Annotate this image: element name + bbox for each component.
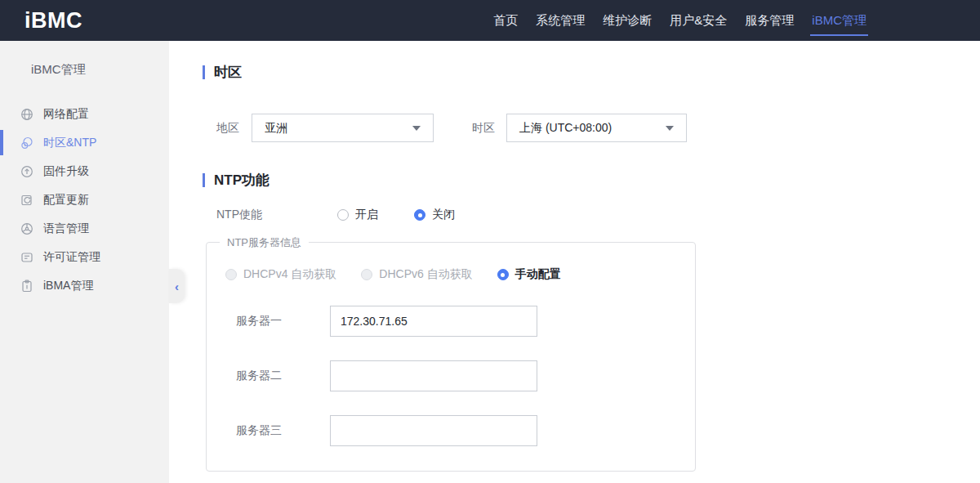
section-title-text: NTP功能 [214, 171, 270, 190]
sidebar-item-license-management[interactable]: 许可证管理 [0, 243, 169, 271]
timezone-select-value: 上海 (UTC+08:00) [519, 121, 612, 136]
ibmc-logo: iBMC [24, 8, 82, 34]
network-globe-icon [20, 108, 33, 121]
nav-item-home[interactable]: 首页 [484, 0, 527, 41]
chevron-down-icon [412, 126, 421, 131]
nav-item-system-management[interactable]: 系统管理 [527, 0, 594, 41]
top-navigation: 首页 系统管理 维护诊断 用户&安全 服务管理 iBMC管理 [484, 0, 980, 41]
top-header-bar: iBMC 首页 系统管理 维护诊断 用户&安全 服务管理 iBMC管理 [0, 0, 980, 41]
sidebar-collapse-button[interactable]: ‹ [169, 269, 185, 303]
sidebar-menu: 网络配置 时区&NTP 固件升级 配置更新 [0, 100, 169, 300]
timezone-select[interactable]: 上海 (UTC+08:00) [506, 114, 687, 142]
server-two-label: 服务器二 [236, 369, 330, 383]
nav-item-ibmc-management[interactable]: iBMC管理 [803, 0, 875, 41]
sidebar-item-config-update[interactable]: 配置更新 [0, 186, 169, 214]
ntp-server-mode-row: DHCPv4 自动获取 DHCPv6 自动获取 手动配置 [225, 267, 695, 282]
ntp-server-info-group: NTP服务器信息 DHCPv4 自动获取 DHCPv6 自动获取 手动配置 服务… [206, 242, 696, 472]
chevron-down-icon [666, 126, 674, 131]
dhcpv4-auto-radio[interactable]: DHCPv4 自动获取 [225, 267, 336, 282]
server-three-input[interactable] [330, 415, 537, 446]
ntp-enable-row: NTP使能 开启 关闭 [216, 207, 980, 223]
ntp-section-title: NTP功能 [203, 171, 980, 190]
server-three-label: 服务器三 [236, 423, 330, 438]
config-update-icon [20, 194, 33, 207]
sidebar-item-ibma-management[interactable]: iBMA管理 [0, 271, 169, 300]
section-accent-bar [203, 65, 205, 79]
language-icon [20, 222, 33, 235]
radio-selected-icon [414, 209, 425, 221]
radio-unselected-icon [337, 209, 349, 221]
sidebar: iBMC管理 网络配置 时区&NTP 固件升级 [0, 41, 169, 483]
sidebar-item-label: 许可证管理 [43, 250, 100, 265]
timezone-label: 时区 [472, 121, 506, 136]
manual-config-radio[interactable]: 手动配置 [497, 267, 561, 282]
timezone-form-row: 地区 亚洲 时区 上海 (UTC+08:00) [216, 114, 980, 142]
sidebar-item-network-config[interactable]: 网络配置 [0, 100, 169, 128]
section-accent-bar [203, 173, 205, 187]
sidebar-item-label: 配置更新 [43, 193, 89, 208]
chevron-left-icon: ‹ [175, 280, 179, 293]
server-one-row: 服务器一 [225, 306, 695, 337]
sidebar-item-label: 语言管理 [43, 221, 89, 236]
sidebar-item-firmware-upgrade[interactable]: 固件升级 [0, 157, 169, 186]
server-two-input[interactable] [330, 360, 537, 391]
ibma-clipboard-icon [20, 280, 33, 293]
ntp-enable-off-radio[interactable]: 关闭 [414, 208, 455, 222]
sidebar-item-label: iBMA管理 [43, 279, 93, 293]
license-icon [20, 251, 33, 264]
region-select-value: 亚洲 [265, 121, 287, 136]
sidebar-item-label: 网络配置 [43, 107, 89, 122]
server-one-label: 服务器一 [236, 314, 330, 329]
radio-disabled-icon [225, 269, 237, 280]
server-one-input[interactable] [330, 306, 537, 337]
sidebar-item-label: 时区&NTP [43, 136, 96, 150]
timezone-clock-icon [20, 136, 33, 150]
region-select[interactable]: 亚洲 [252, 114, 434, 142]
timezone-section-title: 时区 [203, 63, 980, 82]
main-content: 时区 地区 亚洲 时区 上海 (UTC+08:00) NTP功能 NTP使能 开… [169, 41, 980, 483]
nav-item-service-management[interactable]: 服务管理 [736, 0, 803, 41]
server-two-row: 服务器二 [225, 360, 695, 391]
region-label: 地区 [216, 121, 252, 136]
firmware-upgrade-icon [20, 165, 33, 178]
radio-disabled-icon [361, 269, 372, 280]
sidebar-item-timezone-ntp[interactable]: 时区&NTP [0, 128, 169, 157]
ntp-server-info-legend: NTP服务器信息 [220, 235, 309, 250]
server-three-row: 服务器三 [225, 415, 695, 446]
ntp-enable-label: NTP使能 [216, 208, 337, 222]
sidebar-item-label: 固件升级 [43, 164, 89, 179]
section-title-text: 时区 [214, 63, 242, 82]
sidebar-title: iBMC管理 [31, 62, 169, 78]
nav-item-user-security[interactable]: 用户&安全 [661, 0, 736, 41]
nav-item-maintenance-diagnostics[interactable]: 维护诊断 [594, 0, 661, 41]
dhcpv6-auto-radio[interactable]: DHCPv6 自动获取 [361, 267, 472, 282]
ntp-enable-on-radio[interactable]: 开启 [337, 208, 414, 222]
radio-selected-icon [497, 269, 509, 280]
sidebar-item-language-management[interactable]: 语言管理 [0, 214, 169, 243]
